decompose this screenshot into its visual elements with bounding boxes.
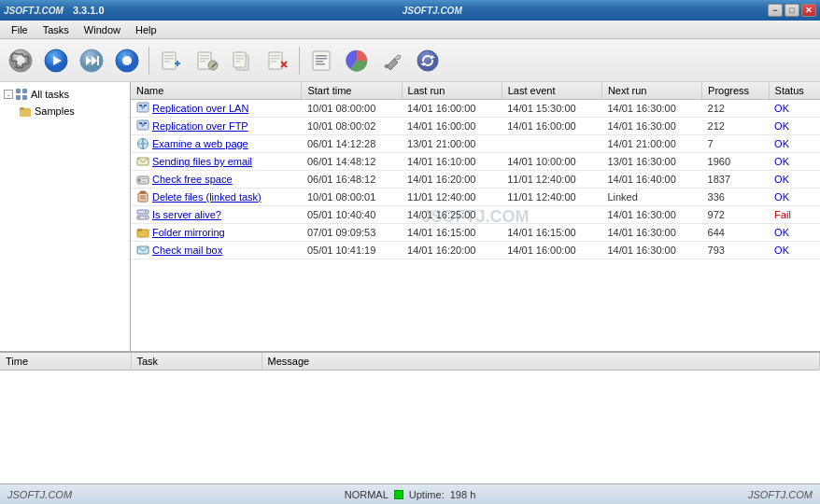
- svg-rect-58: [142, 178, 148, 179]
- delete-task-button[interactable]: [261, 44, 294, 77]
- task-status-cell: OK: [769, 135, 820, 153]
- task-name-cell: Folder mirroring: [131, 224, 302, 242]
- grid-icon: [15, 88, 28, 101]
- col-header-lastrun[interactable]: Last run: [402, 82, 502, 100]
- col-header-name[interactable]: Name: [131, 82, 302, 100]
- copy-task-button[interactable]: [225, 44, 259, 77]
- svg-rect-48: [139, 105, 142, 106]
- chart-button[interactable]: [340, 44, 374, 77]
- left-panel: - All tasks Samples: [0, 82, 131, 351]
- svg-point-66: [145, 211, 147, 213]
- edit-task-button[interactable]: [190, 44, 223, 77]
- tree-samples[interactable]: Samples: [0, 103, 130, 119]
- task-status-cell: OK: [769, 189, 820, 206]
- task-progress-cell: 336: [702, 189, 770, 206]
- run-button[interactable]: [39, 44, 73, 77]
- svg-rect-14: [177, 61, 178, 66]
- task-lastrun-cell: 14/01 16:15:00: [402, 224, 502, 242]
- task-progress-cell: 972: [702, 206, 770, 224]
- tree-all-tasks[interactable]: - All tasks: [0, 86, 130, 103]
- svg-rect-27: [271, 58, 280, 60]
- tools-button[interactable]: [375, 44, 409, 77]
- maximize-button[interactable]: □: [785, 4, 799, 17]
- svg-rect-41: [16, 89, 21, 93]
- menu-window[interactable]: Window: [77, 22, 128, 37]
- task-lastevent-cell: 14/01 16:15:00: [502, 224, 601, 242]
- toolbar-sep-1: [148, 47, 149, 75]
- task-type-icon: [136, 155, 149, 168]
- minimize-button[interactable]: −: [768, 4, 783, 17]
- svg-rect-49: [144, 105, 147, 106]
- task-nextrun-cell: 14/01 16:30:00: [601, 224, 701, 242]
- col-header-progress[interactable]: Progress: [702, 82, 770, 100]
- svg-rect-17: [200, 58, 209, 60]
- menu-help[interactable]: Help: [128, 22, 164, 37]
- task-lastevent-cell: 14/01 16:00:00: [502, 118, 601, 135]
- task-name-link[interactable]: Check mail box: [152, 245, 222, 256]
- svg-rect-6: [97, 56, 99, 65]
- task-name-link[interactable]: Delete files (linked task): [152, 191, 262, 203]
- col-header-status[interactable]: Status: [769, 82, 820, 100]
- svg-rect-33: [316, 58, 327, 60]
- task-name-link[interactable]: Check free space: [152, 174, 233, 185]
- task-type-icon: [136, 102, 149, 115]
- svg-rect-46: [20, 107, 24, 110]
- task-lastrun-cell: 14/01 16:10:00: [402, 153, 502, 171]
- task-type-icon: [136, 137, 149, 150]
- svg-point-57: [138, 179, 141, 182]
- col-header-lastevent[interactable]: Last event: [502, 82, 601, 100]
- task-progress-cell: 1960: [702, 153, 770, 171]
- task-name-cell: Examine a web page: [131, 135, 302, 153]
- stop-button[interactable]: [110, 44, 144, 77]
- col-header-nextrun[interactable]: Next run: [601, 82, 701, 100]
- task-name-link[interactable]: Examine a web page: [152, 138, 248, 149]
- menu-tasks[interactable]: Tasks: [35, 22, 77, 37]
- menu-bar: File Tasks Window Help: [0, 21, 820, 39]
- status-right-label: JSOFTJ.COM: [748, 489, 813, 500]
- close-button[interactable]: ✕: [801, 4, 816, 17]
- task-type-icon: [136, 190, 149, 203]
- task-lastrun-cell: 14/01 16:20:00: [402, 242, 502, 259]
- task-progress-cell: 793: [702, 242, 770, 259]
- tree-expand-icon[interactable]: -: [4, 90, 13, 99]
- right-panel: JSOFTJ.COM Name Start time Last run Last…: [131, 82, 820, 351]
- svg-rect-70: [137, 229, 142, 231]
- skip-button[interactable]: [75, 44, 108, 77]
- title-logo-left: JSOFTJ.COM: [4, 6, 64, 16]
- task-name-link[interactable]: Replication over FTP: [152, 120, 248, 132]
- settings-button[interactable]: [4, 44, 37, 77]
- task-status-cell: OK: [769, 118, 820, 135]
- svg-rect-16: [200, 55, 209, 57]
- svg-rect-24: [235, 61, 240, 63]
- svg-rect-22: [235, 55, 244, 57]
- task-name-link[interactable]: Replication over LAN: [152, 103, 248, 114]
- bottom-panel: Time Task Message: [0, 353, 820, 483]
- task-lastrun-cell: 14/01 16:00:00: [402, 118, 502, 135]
- refresh-button[interactable]: [411, 44, 445, 77]
- report-button[interactable]: [304, 44, 338, 77]
- svg-rect-18: [200, 61, 205, 63]
- tasks-tbody: Replication over LAN10/01 08:00:0014/01 …: [131, 100, 820, 259]
- table-row: Replication over FTP10/01 08:00:0214/01 …: [131, 118, 820, 135]
- task-status-cell: OK: [769, 171, 820, 189]
- toolbar: [0, 39, 820, 82]
- task-start-cell: 10/01 08:00:02: [302, 118, 402, 135]
- menu-file[interactable]: File: [4, 22, 35, 37]
- task-name-link[interactable]: Sending files by email: [152, 156, 252, 167]
- task-status-cell: OK: [769, 153, 820, 171]
- task-name-cell: Delete files (linked task): [131, 189, 302, 206]
- task-start-cell: 10/01 08:00:01: [302, 189, 402, 206]
- svg-rect-65: [137, 210, 148, 214]
- task-progress-cell: 7: [702, 135, 770, 153]
- task-name-link[interactable]: Folder mirroring: [152, 227, 225, 238]
- task-name-link[interactable]: Is server alive?: [152, 209, 221, 220]
- col-header-start[interactable]: Start time: [302, 82, 402, 100]
- svg-point-8: [122, 56, 132, 65]
- task-type-icon: [136, 208, 149, 221]
- tree-all-tasks-label: All tasks: [31, 89, 69, 100]
- window-controls: − □ ✕: [768, 4, 816, 17]
- svg-rect-32: [316, 55, 327, 57]
- status-uptime-label: Uptime:: [409, 489, 445, 500]
- task-nextrun-cell: 14/01 16:30:00: [601, 206, 701, 224]
- new-task-button[interactable]: [154, 44, 188, 77]
